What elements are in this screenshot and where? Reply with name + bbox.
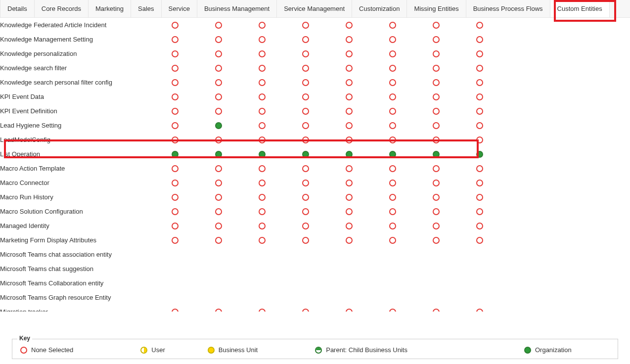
permission-cell[interactable] bbox=[327, 104, 371, 118]
permission-cell[interactable] bbox=[327, 290, 371, 305]
none-selected-icon[interactable] bbox=[172, 50, 179, 57]
permission-cell[interactable] bbox=[284, 305, 327, 312]
none-selected-icon[interactable] bbox=[302, 93, 309, 100]
permission-cell[interactable] bbox=[284, 176, 327, 190]
none-selected-icon[interactable] bbox=[302, 136, 309, 143]
none-selected-icon[interactable] bbox=[476, 50, 483, 57]
none-selected-icon[interactable] bbox=[389, 309, 396, 312]
none-selected-icon[interactable] bbox=[215, 237, 222, 244]
none-selected-icon[interactable] bbox=[172, 122, 179, 129]
none-selected-icon[interactable] bbox=[172, 309, 179, 312]
none-selected-icon[interactable] bbox=[346, 194, 353, 201]
permission-cell[interactable] bbox=[327, 161, 371, 176]
permission-cell[interactable] bbox=[371, 75, 414, 90]
permission-cell[interactable] bbox=[153, 104, 197, 118]
tab-sales[interactable]: Sales bbox=[131, 0, 162, 17]
permission-cell[interactable] bbox=[458, 262, 501, 276]
none-selected-icon[interactable] bbox=[172, 36, 179, 43]
permission-cell[interactable] bbox=[327, 32, 371, 46]
permission-cell[interactable] bbox=[327, 147, 371, 161]
none-selected-icon[interactable] bbox=[302, 79, 309, 86]
permission-cell[interactable] bbox=[284, 133, 327, 147]
permission-cell[interactable] bbox=[414, 61, 458, 75]
permission-cell[interactable] bbox=[197, 18, 240, 32]
permission-cell[interactable] bbox=[458, 290, 501, 305]
entity-name-cell[interactable]: KPI Event Definition bbox=[0, 104, 153, 118]
permission-cell[interactable] bbox=[458, 32, 501, 46]
permission-cell[interactable] bbox=[153, 233, 197, 247]
permission-cell[interactable] bbox=[327, 276, 371, 290]
none-selected-icon[interactable] bbox=[259, 108, 266, 115]
permission-cell[interactable] bbox=[371, 61, 414, 75]
permission-cell[interactable] bbox=[327, 176, 371, 190]
none-selected-icon[interactable] bbox=[476, 22, 483, 29]
permission-cell[interactable] bbox=[327, 90, 371, 104]
none-selected-icon[interactable] bbox=[172, 65, 179, 72]
permission-cell[interactable] bbox=[414, 176, 458, 190]
permission-cell[interactable] bbox=[284, 75, 327, 90]
none-selected-icon[interactable] bbox=[476, 36, 483, 43]
permission-cell[interactable] bbox=[153, 90, 197, 104]
none-selected-icon[interactable] bbox=[433, 122, 440, 129]
none-selected-icon[interactable] bbox=[433, 36, 440, 43]
entity-name-cell[interactable]: KPI Event Data bbox=[0, 90, 153, 104]
permission-cell[interactable] bbox=[197, 262, 240, 276]
permission-cell[interactable] bbox=[327, 118, 371, 133]
permission-cell[interactable] bbox=[153, 75, 197, 90]
permission-cell[interactable] bbox=[327, 219, 371, 233]
permission-cell[interactable] bbox=[327, 46, 371, 61]
permission-cell[interactable] bbox=[371, 90, 414, 104]
none-selected-icon[interactable] bbox=[172, 180, 179, 186]
none-selected-icon[interactable] bbox=[389, 180, 396, 186]
permission-cell[interactable] bbox=[371, 32, 414, 46]
organization-icon[interactable] bbox=[172, 151, 179, 158]
tab-customization[interactable]: Customization bbox=[352, 0, 407, 17]
none-selected-icon[interactable] bbox=[476, 223, 483, 229]
permission-cell[interactable] bbox=[153, 176, 197, 190]
permission-cell[interactable] bbox=[414, 32, 458, 46]
permission-cell[interactable] bbox=[240, 276, 284, 290]
permission-cell[interactable] bbox=[458, 147, 501, 161]
none-selected-icon[interactable] bbox=[476, 237, 483, 244]
permission-cell[interactable] bbox=[414, 90, 458, 104]
permission-cell[interactable] bbox=[240, 61, 284, 75]
entity-name-cell[interactable]: Lead Hygiene Setting bbox=[0, 118, 153, 133]
permission-cell[interactable] bbox=[284, 104, 327, 118]
organization-icon[interactable] bbox=[215, 151, 222, 158]
none-selected-icon[interactable] bbox=[433, 108, 440, 115]
permission-cell[interactable] bbox=[284, 32, 327, 46]
permission-cell[interactable] bbox=[197, 219, 240, 233]
none-selected-icon[interactable] bbox=[389, 194, 396, 201]
none-selected-icon[interactable] bbox=[302, 223, 309, 229]
permission-cell[interactable] bbox=[327, 247, 371, 262]
permission-cell[interactable] bbox=[240, 90, 284, 104]
permission-cell[interactable] bbox=[458, 18, 501, 32]
permission-cell[interactable] bbox=[458, 161, 501, 176]
permission-cell[interactable] bbox=[240, 18, 284, 32]
none-selected-icon[interactable] bbox=[346, 223, 353, 229]
permission-cell[interactable] bbox=[197, 90, 240, 104]
none-selected-icon[interactable] bbox=[259, 165, 266, 172]
none-selected-icon[interactable] bbox=[389, 93, 396, 100]
none-selected-icon[interactable] bbox=[259, 194, 266, 201]
none-selected-icon[interactable] bbox=[433, 309, 440, 312]
none-selected-icon[interactable] bbox=[259, 208, 266, 215]
none-selected-icon[interactable] bbox=[215, 79, 222, 86]
none-selected-icon[interactable] bbox=[476, 165, 483, 172]
none-selected-icon[interactable] bbox=[389, 136, 396, 143]
none-selected-icon[interactable] bbox=[433, 165, 440, 172]
none-selected-icon[interactable] bbox=[302, 237, 309, 244]
permission-cell[interactable] bbox=[284, 233, 327, 247]
permission-cell[interactable] bbox=[240, 190, 284, 204]
permission-cell[interactable] bbox=[458, 305, 501, 312]
permission-cell[interactable] bbox=[327, 204, 371, 219]
permission-cell[interactable] bbox=[327, 75, 371, 90]
permission-cell[interactable] bbox=[371, 161, 414, 176]
permission-cell[interactable] bbox=[197, 32, 240, 46]
permission-cell[interactable] bbox=[197, 118, 240, 133]
entity-name-cell[interactable]: LeadModelConfig bbox=[0, 133, 153, 147]
none-selected-icon[interactable] bbox=[259, 93, 266, 100]
permission-cell[interactable] bbox=[371, 18, 414, 32]
none-selected-icon[interactable] bbox=[433, 237, 440, 244]
none-selected-icon[interactable] bbox=[302, 194, 309, 201]
